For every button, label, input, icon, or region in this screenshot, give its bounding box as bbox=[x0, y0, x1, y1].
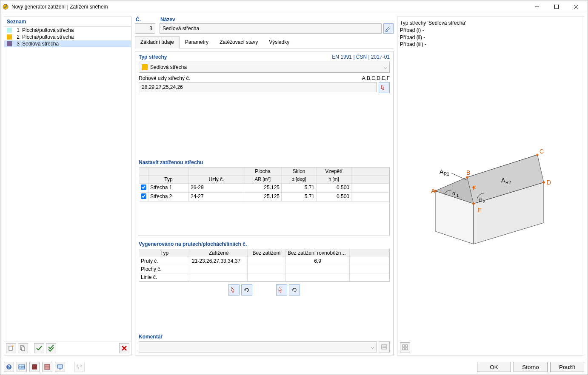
uncheck-all-button[interactable] bbox=[46, 343, 56, 353]
tab-basic[interactable]: Základní údaje bbox=[135, 36, 180, 48]
item-label: Plochá/pultová střecha bbox=[22, 27, 74, 33]
edit-name-button[interactable] bbox=[383, 23, 394, 34]
svg-text:E: E bbox=[478, 207, 482, 213]
comment-library-button[interactable] bbox=[379, 341, 390, 352]
script-button[interactable] bbox=[74, 362, 85, 372]
svg-rect-11 bbox=[382, 345, 387, 349]
svg-text:α: α bbox=[452, 190, 456, 196]
item-number: 2 bbox=[14, 34, 20, 40]
delete-button[interactable] bbox=[119, 343, 129, 353]
svg-point-30 bbox=[473, 203, 475, 205]
titlebar: Nový generátor zatížení | Zatížení sněhe… bbox=[0, 0, 588, 13]
item-number: 1 bbox=[14, 27, 20, 33]
item-number: 3 bbox=[14, 41, 20, 47]
roof-color-swatch bbox=[142, 64, 148, 70]
roof-diagram: A B C D E F AR1 AR2 bbox=[400, 50, 581, 341]
tab-results[interactable]: Výsledky bbox=[263, 36, 295, 48]
svg-point-29 bbox=[543, 182, 545, 184]
loaded-roof-section: Nastavit zatíženou střechu Plocha Sklon … bbox=[135, 157, 393, 239]
svg-rect-42 bbox=[405, 345, 408, 347]
tab-loadcases[interactable]: Zatěžovací stavy bbox=[214, 36, 263, 48]
svg-rect-52 bbox=[57, 365, 63, 368]
roof-type-dropdown[interactable]: Sedlová střecha ⌵ bbox=[139, 62, 390, 73]
roof-type-title: Typ střechy bbox=[139, 54, 167, 60]
svg-text:A: A bbox=[501, 177, 505, 184]
units-button[interactable]: 0,00 bbox=[17, 362, 27, 372]
copy-button[interactable] bbox=[18, 343, 28, 353]
svg-text:R2: R2 bbox=[505, 180, 511, 185]
svg-rect-2 bbox=[555, 5, 559, 9]
minimize-button[interactable] bbox=[527, 1, 547, 13]
close-button[interactable] bbox=[566, 1, 586, 13]
comment-title: Komentář bbox=[139, 334, 163, 340]
svg-point-27 bbox=[466, 176, 468, 179]
pick-loaded-button[interactable] bbox=[228, 284, 240, 295]
help-button[interactable]: ? bbox=[4, 362, 14, 372]
name-input[interactable]: Sedlová střecha bbox=[160, 23, 382, 34]
info-line: Případ (ii) - bbox=[400, 34, 581, 41]
ok-button[interactable]: OK bbox=[477, 362, 511, 372]
corners-hint: A,B,C,D,E,F bbox=[362, 75, 390, 81]
comment-input[interactable]: ⌵ bbox=[139, 341, 377, 352]
row-checkbox[interactable] bbox=[141, 193, 146, 199]
sidebar-header: Seznam bbox=[4, 17, 131, 27]
chevron-down-icon: ⌵ bbox=[371, 344, 374, 350]
number-label: Č. bbox=[135, 17, 155, 23]
app-icon bbox=[2, 3, 9, 10]
apply-button[interactable]: Použít bbox=[550, 362, 584, 372]
info-line: Případ (i) - bbox=[400, 27, 581, 34]
sidebar-item-3[interactable]: 3 Sedlová střecha bbox=[4, 40, 131, 47]
svg-text:0,00: 0,00 bbox=[19, 366, 25, 369]
tabs: Základní údaje Parametry Zatěžovací stav… bbox=[135, 36, 394, 48]
bottom-bar: ? 0,00 OK Storno Použít bbox=[0, 359, 588, 375]
pick-corners-button[interactable] bbox=[379, 82, 390, 93]
pick-unloaded-button[interactable] bbox=[276, 284, 287, 295]
svg-rect-5 bbox=[9, 346, 12, 350]
tab-params[interactable]: Parametry bbox=[180, 36, 214, 48]
color-swatch bbox=[7, 34, 12, 40]
svg-text:D: D bbox=[547, 179, 551, 186]
maximize-button[interactable] bbox=[547, 1, 566, 13]
roof-type-section: Typ střechy EN 1991 | ČSN | 2017-01 Sedl… bbox=[135, 51, 393, 96]
number-input[interactable]: 3 bbox=[135, 23, 155, 34]
reset-unloaded-button[interactable] bbox=[289, 284, 300, 295]
svg-text:1: 1 bbox=[457, 193, 459, 198]
svg-rect-43 bbox=[402, 348, 405, 350]
diagram-options-button[interactable] bbox=[400, 342, 410, 352]
new-button[interactable] bbox=[6, 343, 16, 353]
color-swatch bbox=[7, 41, 12, 46]
chevron-down-icon: ⌵ bbox=[384, 64, 387, 70]
table-row[interactable]: Pruty č. 21-23,26,27,33,34,37 6,9 bbox=[139, 257, 389, 265]
table-row[interactable]: Střecha 2 24-27 25.125 5.71 0.500 bbox=[139, 193, 389, 202]
name-label: Název bbox=[160, 17, 394, 23]
sidebar-item-1[interactable]: 1 Plochá/pultová střecha bbox=[4, 27, 131, 34]
check-all-button[interactable] bbox=[34, 343, 44, 353]
row-checkbox[interactable] bbox=[141, 185, 146, 190]
view-button[interactable] bbox=[42, 362, 52, 372]
generated-title: Vygenerováno na prutech/plochách/liniích… bbox=[139, 241, 247, 247]
display-button[interactable] bbox=[55, 362, 65, 372]
roof-type-meta: EN 1991 | ČSN | 2017-01 bbox=[332, 54, 390, 60]
reset-loaded-button[interactable] bbox=[241, 284, 252, 295]
window-title: Nový generátor zatížení | Zatížení sněhe… bbox=[11, 4, 527, 10]
svg-line-34 bbox=[451, 173, 467, 180]
svg-text:R1: R1 bbox=[444, 172, 449, 176]
cancel-button[interactable]: Storno bbox=[514, 362, 548, 372]
table-row[interactable]: Střecha 1 26-29 25.125 5.71 0.500 bbox=[139, 184, 389, 193]
color-swatch bbox=[7, 28, 12, 33]
table-row[interactable]: Plochy č. bbox=[139, 265, 389, 273]
table-row[interactable]: Linie č. bbox=[139, 273, 389, 281]
info-line: Typ střechy 'Sedlová střecha' bbox=[400, 20, 581, 27]
sidebar-item-2[interactable]: 2 Plochá/pultová střecha bbox=[4, 34, 131, 40]
svg-text:C: C bbox=[539, 148, 544, 155]
svg-rect-44 bbox=[405, 348, 408, 350]
svg-text:2: 2 bbox=[483, 200, 485, 204]
corners-input[interactable]: 28,29,27,25,24,26 bbox=[139, 82, 377, 92]
svg-text:B: B bbox=[466, 169, 470, 176]
generated-table: Typ Zatížené Bez zatížení Bez zatížení r… bbox=[139, 249, 390, 282]
info-panel: Typ střechy 'Sedlová střecha' Případ (i)… bbox=[397, 17, 584, 355]
svg-rect-41 bbox=[402, 345, 405, 347]
sidebar-list: 1 Plochá/pultová střecha 2 Plochá/pultov… bbox=[4, 27, 131, 341]
color-button[interactable] bbox=[29, 362, 40, 372]
item-label: Plochá/pultová střecha bbox=[22, 34, 74, 40]
